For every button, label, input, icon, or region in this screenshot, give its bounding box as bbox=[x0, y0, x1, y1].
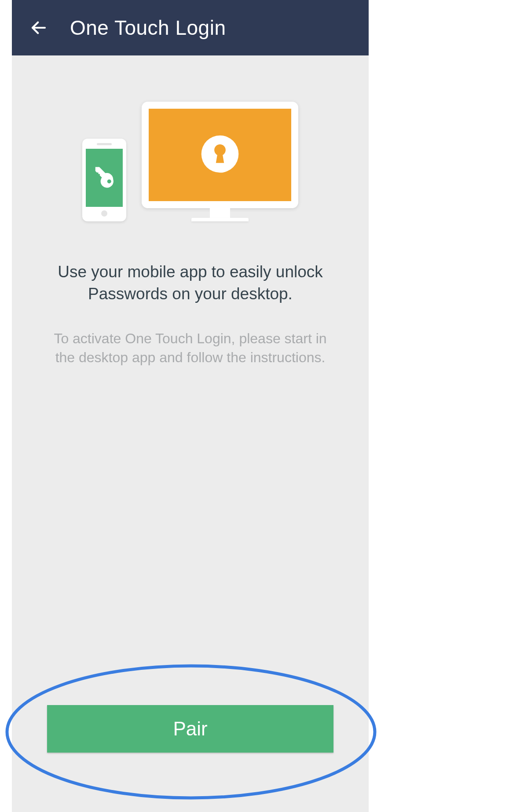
phone-graphic bbox=[82, 139, 126, 221]
instruction-text: To activate One Touch Login, please star… bbox=[38, 329, 342, 367]
header-bar: One Touch Login bbox=[12, 0, 369, 55]
keyhole-icon bbox=[200, 134, 240, 176]
pair-button[interactable]: Pair bbox=[47, 705, 333, 753]
pairing-illustration bbox=[38, 102, 342, 221]
content-area: Use your mobile app to easily unlock Pas… bbox=[12, 55, 369, 812]
key-icon bbox=[92, 165, 116, 191]
headline-text: Use your mobile app to easily unlock Pas… bbox=[38, 261, 342, 305]
monitor-graphic bbox=[142, 102, 298, 221]
page-title: One Touch Login bbox=[70, 16, 226, 40]
app-screen: One Touch Login bbox=[12, 0, 369, 812]
back-arrow-icon[interactable] bbox=[29, 18, 48, 37]
